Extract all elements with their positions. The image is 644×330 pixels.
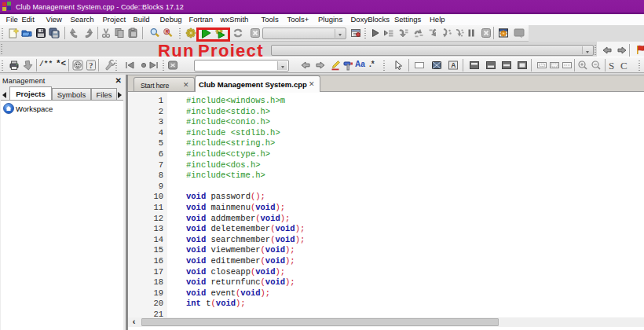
svg-text:?: ? — [89, 61, 93, 70]
svg-text:A: A — [451, 61, 456, 69]
svg-text:R: R — [165, 29, 169, 35]
